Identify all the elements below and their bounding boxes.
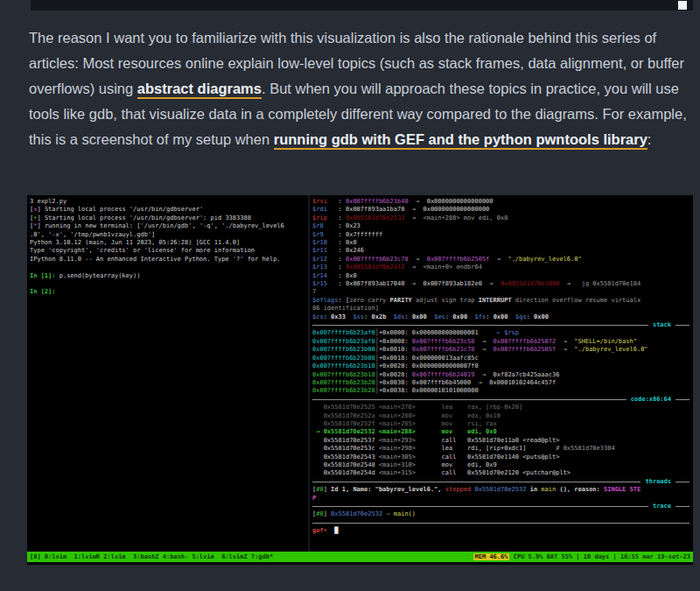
- terminal-text: call: [442, 469, 468, 476]
- terminal-line: $r11 : 0x246: [312, 247, 693, 255]
- terminal-text: 0x5581d70e2548: [312, 461, 379, 468]
- terminal-line: 0x007ffffb6b23b08│+0x0018: 0x000000013aa…: [312, 355, 693, 362]
- terminal-text: :: [339, 239, 346, 246]
- terminal-text: 0x5581d70e252f <main+285> mov rsi, rax: [312, 420, 497, 427]
- mem-usage-badge: MEM 46.6%: [473, 553, 510, 560]
- terminal-line: 0x5581d70e254d <main+315> call 0x5581d70…: [312, 469, 693, 477]
- terminal-text: 0x007ffffb6b2505f: [427, 256, 490, 263]
- terminal-text: 0x0000000000000001: [412, 329, 479, 336]
- terminal-text: (), reason:: [559, 486, 604, 493]
- terminal-text: +0x0038:: [379, 387, 412, 394]
- terminal-text: 0x00: [412, 313, 427, 320]
- terminal-text: #0: [316, 486, 323, 493]
- terminal-line: 0x5581d70e2537 <main+293> call 0x5581d70…: [312, 437, 693, 445]
- terminal-text: [386, 313, 393, 320]
- terminal-line: P: [312, 495, 693, 503]
- terminal-line: $r12 : 0x007ffffb6b23c78 → 0x007ffffb6b2…: [312, 256, 693, 264]
- terminal-text: ]: [324, 510, 331, 517]
- terminal-line: $r10 : 0x0: [312, 239, 693, 247]
- terminal-line: gef➤ █: [312, 527, 693, 535]
- terminal-text: [416, 445, 442, 452]
- terminal-text: [479, 329, 497, 336]
- terminal-text: 0x005581d70e1000: [500, 280, 559, 287]
- terminal-text: 0x007ffffb6b23b00: [312, 346, 375, 353]
- terminal-text: #0: [316, 510, 323, 517]
- pwntools-ipython-pane: 3 expl2.py[x] Starting local process '/u…: [27, 195, 308, 552]
- terminal-text: +0x0028:: [379, 371, 412, 378]
- terminal-text: $rdi: [312, 206, 339, 213]
- terminal-line: $cs: 0x33 $ss: 0x2b $ds: 0x00 $es: 0x00 …: [312, 313, 693, 321]
- terminal-line: $r8 : 0x23: [312, 222, 693, 230]
- terminal-text: $ss: [353, 313, 364, 320]
- terminal-line: [x] Starting local process '/usr/bin/gdb…: [30, 206, 306, 214]
- terminal-text: $cs: [312, 313, 324, 320]
- article-link[interactable]: abstract diagrams: [137, 81, 262, 99]
- terminal-line: In [1]: p.send(bytearray(key)): [30, 272, 306, 280]
- terminal-line: $rdi : 0x007f893aa1ba70 → 0x000000000000…: [312, 206, 693, 214]
- paragraph-text: :: [648, 131, 652, 147]
- terminal-text: 0x0000010101000000: [412, 387, 479, 394]
- terminal-text: 0x5581d70e2532: [331, 510, 382, 517]
- terminal-text: :: [324, 313, 331, 320]
- terminal-text: →: [556, 338, 574, 345]
- terminal-text: 0x007ffffb6b23af0: [312, 329, 375, 336]
- gef-horizontal-rule: [312, 519, 693, 527]
- terminal-text: jg 0x5581d70e184: [582, 280, 640, 287]
- terminal-text: Type 'copyright', 'credits' or 'license'…: [30, 247, 255, 254]
- terminal-text: :: [445, 313, 452, 320]
- terminal-text: 0x5581d70e2537: [312, 437, 379, 444]
- terminal-text: gef➤: [312, 527, 327, 534]
- terminal-text: 0x000000013aafc85c: [412, 355, 479, 362]
- terminal-text: → 0x5581d70e2532 <main+288> mov edi, 0x0: [312, 428, 497, 435]
- terminal-text: direction overflow resume virtualx: [512, 297, 641, 304]
- terminal-text: 0x0000000000000000: [427, 198, 494, 205]
- terminal-text: 86 identification]: [312, 305, 379, 312]
- terminal-text: →: [474, 338, 493, 345]
- terminal-line: Python 3.10.12 (main, Jun 11 2023, 05:26…: [30, 239, 306, 247]
- terminal-text: [416, 454, 442, 461]
- terminal-text: ]: [37, 222, 44, 229]
- terminal-text: $gs: [515, 313, 527, 320]
- terminal-text: :: [339, 264, 346, 271]
- terminal-text: →: [559, 280, 581, 287]
- terminal-text: →: [409, 256, 427, 263]
- gef-context-pane: $rsi : 0x007ffffb6b23b40 → 0x00000000000…: [310, 195, 693, 552]
- terminal-text: →: [482, 280, 500, 287]
- terminal-text: 0x007f893aa1ba70: [346, 206, 404, 213]
- gef-section-label: stack: [648, 321, 676, 329]
- terminal-text: 0x007ffffb6b24019: [412, 371, 475, 378]
- terminal-line: $rsi : 0x007ffffb6b23b40 → 0x00000000000…: [312, 198, 693, 206]
- terminal-text: →: [404, 206, 423, 213]
- terminal-text: $rsi: [312, 198, 339, 205]
- terminal-text: edi, 0x9: [467, 461, 497, 468]
- terminal-line: 0x5581d70e2548 <main+310> mov edi, 0x9: [312, 461, 693, 469]
- terminal-text: PARITY: [390, 297, 412, 304]
- terminal-text: :: [339, 206, 346, 213]
- terminal-text: 0x007ffffb6b23c78: [346, 256, 409, 263]
- terminal-text: →: [489, 256, 508, 263]
- terminal-text: 0xf82a7cb425aaac36: [494, 371, 560, 378]
- terminal-text: adjust sign trap: [412, 297, 479, 304]
- article-paragraph: The reason I want you to familiarize wit…: [29, 25, 692, 152]
- terminal-text: 0x5581d70e2120 <putchar@plt>: [467, 469, 570, 476]
- terminal-text: :: [486, 313, 493, 320]
- terminal-text: SINGLE STE: [604, 486, 640, 493]
- terminal-text: .0', '-x', '/tmp/pwnb1vzauyl.gdb']: [30, 231, 155, 238]
- terminal-line: In [2]:: [30, 288, 306, 296]
- terminal-text: :: [339, 231, 346, 238]
- terminal-text: 0x7fffffff: [346, 231, 382, 238]
- terminal-line: [+] Starting local process '/usr/bin/gdb…: [30, 215, 306, 222]
- terminal-line: 0x007ffffb6b23b20│+0x0030: 0x007fffb6b45…: [312, 379, 693, 387]
- terminal-text: $ds: [394, 313, 405, 320]
- terminal-line: IPython 8.11.0 -- An enhanced Interactiv…: [30, 256, 306, 264]
- terminal-text: 0x246: [346, 247, 364, 254]
- terminal-line: 0x007ffffb6b23b18│+0x0028: 0x007ffffb6b2…: [312, 371, 693, 379]
- terminal-line: 0x5581d70e2543 <main+305> call 0x5581d70…: [312, 454, 693, 461]
- terminal-text: :: [339, 247, 346, 254]
- terminal-text: 0x5581d70e252a <main+280> mov edx, 0x10: [312, 412, 500, 419]
- terminal-text: INTERRUPT: [479, 297, 512, 304]
- terminal-text: call: [442, 437, 468, 444]
- terminal-line: 0x5581d70e252a <main+280> mov edx, 0x10: [312, 412, 693, 420]
- article-link[interactable]: running gdb with GEF and the python pwnt…: [274, 131, 648, 150]
- terminal-text: 0x007ffffb6b25072: [494, 338, 556, 345]
